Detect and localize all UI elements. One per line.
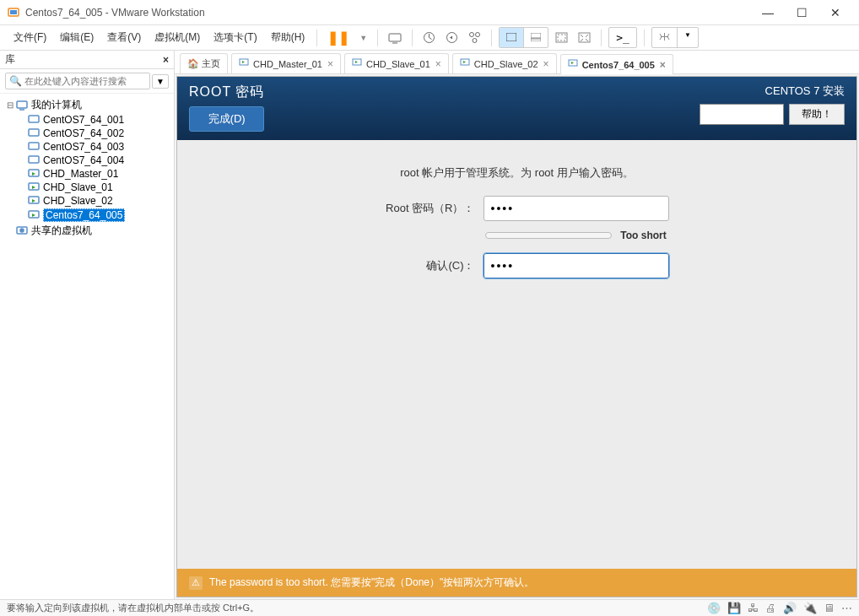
svg-rect-13 [558,35,565,41]
svg-rect-10 [531,33,541,38]
menu-help[interactable]: 帮助(H) [264,27,312,48]
vm-icon [27,114,41,126]
maximize-button[interactable]: ☐ [785,0,818,25]
search-input[interactable] [24,76,146,86]
tree-item-centos5[interactable]: Centos7_64_005 [2,208,172,223]
vm-tab-icon [460,58,471,69]
device-hdd-icon[interactable]: 💾 [727,602,741,614]
tree-item-centos4[interactable]: CentOS7_64_004 [2,154,172,167]
console-button[interactable]: >_ [608,27,637,48]
window-titlebar: Centos7_64_005 - VMware Workstation — ☐ … [0,0,859,25]
sidebar-title: 库 [5,52,15,67]
done-button[interactable]: 完成(D) [189,106,264,132]
fullscreen-button[interactable] [573,29,596,46]
svg-rect-9 [506,33,516,41]
menu-view[interactable]: 查看(V) [100,27,148,48]
view-mode-thumbnail[interactable] [524,28,548,47]
tree-item-slave1[interactable]: CHD_Slave_01 [2,181,172,194]
svg-rect-19 [29,143,39,149]
svg-point-6 [470,33,474,37]
sidebar-close-button[interactable]: × [163,54,169,66]
vm-running-icon [27,181,41,193]
tab-close[interactable]: × [660,59,666,71]
vm-icon [27,127,41,139]
vm-tab-icon [239,58,250,69]
send-ctrl-alt-del-button[interactable] [383,29,407,47]
page-title: ROOT 密码 [189,84,264,101]
tab-home[interactable]: 🏠主页 [180,53,228,73]
tree-item-centos1[interactable]: CentOS7_64_001 [2,113,172,127]
installer-header: ROOT 密码 完成(D) CENTOS 7 安装 ⌨ cn 帮助！ [177,77,856,140]
stretch-button[interactable]: ▼ [651,27,699,48]
tab-close[interactable]: × [435,58,441,70]
vm-icon [27,154,41,166]
root-password-input[interactable] [484,196,669,221]
tab-slave1[interactable]: CHD_Slave_01× [344,53,449,73]
vm-screen[interactable]: ROOT 密码 完成(D) CENTOS 7 安装 ⌨ cn 帮助！ root … [176,76,857,597]
pause-button[interactable]: ❚❚ [322,26,354,49]
svg-rect-18 [29,129,39,136]
svg-point-8 [473,39,477,43]
device-printer-icon[interactable]: 🖨 [765,602,776,614]
snapshot-revert-button[interactable] [440,28,463,47]
warning-text: The password is too short. 您需要按"完成（Done）… [209,575,534,590]
menu-vm[interactable]: 虚拟机(M) [148,27,207,48]
svg-rect-1 [10,10,17,14]
snapshot-button[interactable] [418,28,440,47]
tree-item-slave2[interactable]: CHD_Slave_02 [2,194,172,208]
confirm-password-input[interactable] [484,253,669,278]
warning-icon: ⚠ [189,576,203,590]
tree-item-centos3[interactable]: CentOS7_64_003 [2,140,172,154]
svg-rect-20 [29,156,39,163]
view-mode-single[interactable] [500,28,524,47]
tab-close[interactable]: × [543,58,549,70]
svg-rect-11 [531,39,541,41]
hint-text: root 帐户用于管理系统。为 root 用户输入密码。 [211,165,823,181]
vm-tree: ⊟ 我的计算机 CentOS7_64_001 CentOS7_64_002 Ce… [0,94,174,599]
password-strength-label: Too short [620,230,666,241]
device-network-icon[interactable]: 🖧 [748,602,759,614]
menu-tabs[interactable]: 选项卡(T) [207,27,263,48]
close-button[interactable]: ✕ [818,0,852,25]
vm-icon [27,141,41,153]
device-more-icon[interactable]: ⋯ [841,602,852,614]
power-dropdown[interactable]: ▼ [354,30,372,46]
search-dropdown[interactable]: ▼ [152,74,169,89]
tree-item-master[interactable]: CHD_Master_01 [2,167,172,181]
unity-button[interactable] [550,29,573,46]
keyboard-indicator[interactable]: ⌨ cn [700,104,784,125]
tree-root-mycomputer[interactable]: ⊟ 我的计算机 [2,97,172,113]
svg-point-26 [20,229,24,232]
sidebar: 库 × 🔍 ▼ ⊟ 我的计算机 CentOS7_64_001 CentOS7_6… [0,51,175,599]
installer-body: root 帐户用于管理系统。为 root 用户输入密码。 Root 密码（R）：… [177,140,856,569]
tree-item-centos2[interactable]: CentOS7_64_002 [2,127,172,140]
product-label: CENTOS 7 安装 [765,84,845,99]
tab-centos5[interactable]: Centos7_64_005× [560,54,673,74]
svg-point-7 [476,33,480,37]
home-icon: 🏠 [187,58,198,69]
tab-master[interactable]: CHD_Master_01× [231,53,341,73]
warning-bar: ⚠ The password is too short. 您需要按"完成（Don… [177,569,856,597]
minimize-button[interactable]: — [751,0,785,25]
snapshot-manager-button[interactable] [463,28,486,47]
sidebar-header: 库 × [0,51,174,69]
help-button[interactable]: 帮助！ [789,104,845,125]
menubar: 文件(F) 编辑(E) 查看(V) 虚拟机(M) 选项卡(T) 帮助(H) ❚❚… [0,25,859,51]
view-mode-group [499,27,548,48]
device-sound-icon[interactable]: 🔊 [783,602,797,614]
search-input-wrapper: 🔍 [5,73,150,89]
status-text: 要将输入定向到该虚拟机，请在虚拟机内部单击或按 Ctrl+G。 [7,602,259,614]
menu-file[interactable]: 文件(F) [7,27,53,48]
tab-close[interactable]: × [327,58,333,70]
search-icon: 🔍 [9,75,22,87]
vm-running-icon [27,209,41,221]
root-password-label: Root 密码（R）： [365,201,475,216]
device-display-icon[interactable]: 🖥 [824,602,835,614]
device-usb-icon[interactable]: 🔌 [803,602,817,614]
menu-edit[interactable]: 编辑(E) [53,27,100,48]
status-devices: 💿 💾 🖧 🖨 🔊 🔌 🖥 ⋯ [707,602,852,614]
tree-root-shared[interactable]: 共享的虚拟机 [2,223,172,239]
svg-rect-2 [389,34,401,41]
tab-slave2[interactable]: CHD_Slave_02× [452,53,557,73]
device-cdrom-icon[interactable]: 💿 [707,602,721,614]
